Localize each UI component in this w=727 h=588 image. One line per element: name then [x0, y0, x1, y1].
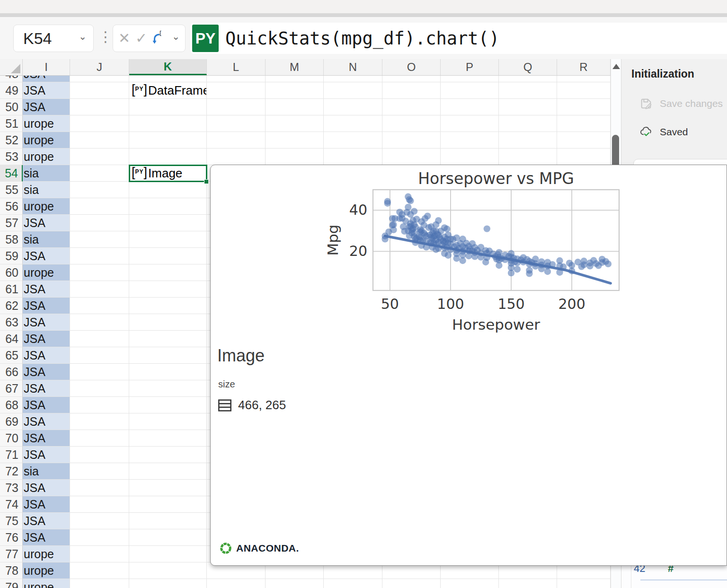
cell-J73[interactable] — [70, 480, 129, 496]
cell-J55[interactable] — [70, 182, 129, 198]
row-header-68[interactable]: 68 — [0, 397, 23, 413]
cell-I50[interactable]: JSA — [23, 99, 70, 115]
cell-M49[interactable] — [266, 82, 324, 99]
cell-Q48[interactable] — [499, 76, 557, 82]
row-header-55[interactable]: 55 — [0, 182, 23, 198]
column-header-O[interactable]: O — [382, 59, 441, 75]
cell-J68[interactable] — [70, 397, 129, 413]
cell-Q79[interactable] — [499, 579, 557, 588]
cell-K76[interactable] — [129, 529, 207, 546]
cell-J53[interactable] — [70, 149, 129, 165]
cell-I53[interactable]: urope — [23, 149, 70, 165]
cell-L79[interactable] — [207, 579, 266, 588]
cell-I59[interactable]: JSA — [23, 248, 70, 264]
column-header-M[interactable]: M — [266, 59, 324, 75]
column-header-L[interactable]: L — [207, 59, 266, 75]
chevron-down-icon[interactable]: ⌄ — [172, 32, 180, 41]
cell-J56[interactable] — [70, 198, 129, 215]
cell-O79[interactable] — [382, 579, 441, 588]
cell-I71[interactable]: JSA — [23, 447, 70, 463]
cell-N52[interactable] — [324, 132, 382, 149]
column-header-R[interactable]: R — [557, 59, 611, 75]
cell-I72[interactable]: sia — [23, 463, 70, 480]
cell-I61[interactable]: JSA — [23, 281, 70, 298]
cell-I76[interactable]: JSA — [23, 529, 70, 546]
cell-N53[interactable] — [324, 149, 382, 165]
cell-K52[interactable] — [129, 132, 207, 149]
cell-J65[interactable] — [70, 347, 129, 364]
cell-K49[interactable]: [PY]DataFrame — [129, 82, 207, 99]
cell-J67[interactable] — [70, 380, 129, 397]
cell-L49[interactable] — [207, 82, 266, 99]
cell-K67[interactable] — [129, 380, 207, 397]
cell-N51[interactable] — [324, 115, 382, 132]
cell-I55[interactable]: sia — [23, 182, 70, 198]
row-header-73[interactable]: 73 — [0, 480, 23, 496]
row-header-57[interactable]: 57 — [0, 215, 23, 231]
chevron-down-icon[interactable]: ⌄ — [79, 32, 87, 41]
cell-O52[interactable] — [382, 132, 441, 149]
row-header-65[interactable]: 65 — [0, 347, 23, 364]
cell-J70[interactable] — [70, 430, 129, 447]
cell-J64[interactable] — [70, 331, 129, 347]
cell-Q49[interactable] — [499, 82, 557, 99]
cell-M50[interactable] — [266, 99, 324, 115]
cell-M53[interactable] — [266, 149, 324, 165]
cell-O49[interactable] — [382, 82, 441, 99]
row-header-54[interactable]: 54 — [0, 165, 23, 182]
cell-O53[interactable] — [382, 149, 441, 165]
cell-K63[interactable] — [129, 314, 207, 331]
cell-I51[interactable]: urope — [23, 115, 70, 132]
cell-I57[interactable]: JSA — [23, 215, 70, 231]
cell-L48[interactable] — [207, 76, 266, 82]
cell-K62[interactable] — [129, 298, 207, 314]
row-header-66[interactable]: 66 — [0, 364, 23, 380]
row-header-49[interactable]: 49 — [0, 82, 23, 99]
cell-P48[interactable] — [441, 76, 499, 82]
cell-R49[interactable] — [557, 82, 611, 99]
cell-O50[interactable] — [382, 99, 441, 115]
cell-J76[interactable] — [70, 529, 129, 546]
cell-J58[interactable] — [70, 231, 129, 248]
row-header-72[interactable]: 72 — [0, 463, 23, 480]
insert-python-icon[interactable]: [ ] — [152, 30, 167, 46]
cell-K54[interactable]: [PY]Image — [129, 165, 207, 182]
cell-I77[interactable]: urope — [23, 546, 70, 562]
row-header-50[interactable]: 50 — [0, 99, 23, 115]
cell-I52[interactable]: urope — [23, 132, 70, 149]
row-header-75[interactable]: 75 — [0, 513, 23, 529]
cell-P49[interactable] — [441, 82, 499, 99]
cell-I66[interactable]: JSA — [23, 364, 70, 380]
formula-input[interactable]: PY QuickStats(mpg_df).chart() — [190, 23, 727, 54]
cell-K48[interactable] — [129, 76, 207, 82]
cell-L50[interactable] — [207, 99, 266, 115]
cell-J49[interactable] — [70, 82, 129, 99]
cell-M51[interactable] — [266, 115, 324, 132]
row-header-60[interactable]: 60 — [0, 264, 23, 281]
cell-P51[interactable] — [441, 115, 499, 132]
cell-O48[interactable] — [382, 76, 441, 82]
cell-J72[interactable] — [70, 463, 129, 480]
cell-J48[interactable] — [70, 76, 129, 82]
cell-I79[interactable]: urope — [23, 579, 70, 588]
cell-L51[interactable] — [207, 115, 266, 132]
cell-K53[interactable] — [129, 149, 207, 165]
cell-J66[interactable] — [70, 364, 129, 380]
cell-R48[interactable] — [557, 76, 611, 82]
cell-I60[interactable]: urope — [23, 264, 70, 281]
cell-K64[interactable] — [129, 331, 207, 347]
row-header-69[interactable]: 69 — [0, 413, 23, 430]
cell-K57[interactable] — [129, 215, 207, 231]
row-header-63[interactable]: 63 — [0, 314, 23, 331]
cell-I67[interactable]: JSA — [23, 380, 70, 397]
cell-K69[interactable] — [129, 413, 207, 430]
cell-K79[interactable] — [129, 579, 207, 588]
row-header-58[interactable]: 58 — [0, 231, 23, 248]
column-header-J[interactable]: J — [70, 59, 129, 75]
cell-I65[interactable]: JSA — [23, 347, 70, 364]
row-header-48[interactable]: 48 — [0, 76, 23, 82]
row-header-77[interactable]: 77 — [0, 546, 23, 562]
cell-K65[interactable] — [129, 347, 207, 364]
cell-K66[interactable] — [129, 364, 207, 380]
cell-J57[interactable] — [70, 215, 129, 231]
